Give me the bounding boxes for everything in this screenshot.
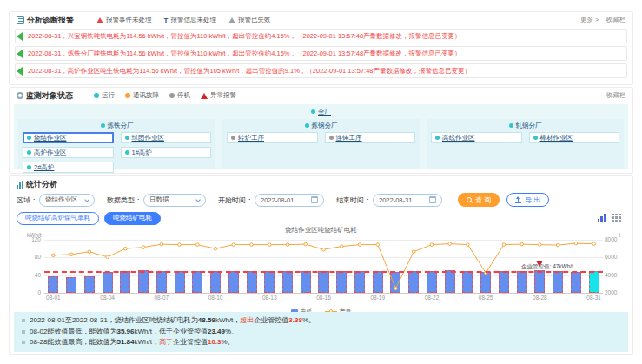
tree-item-link: 高炉作业区 <box>34 149 67 157</box>
summary-line: 08-28能效值最高，能效值为51.84kWh/t，高于企业管控值10.3%。 <box>22 337 620 348</box>
alarm-legend-label: 报警已失效 <box>238 16 271 24</box>
alarm-panel-actions: 更多 > 收藏栏 <box>580 16 625 24</box>
datatype-select-value: 日数据 <box>149 195 169 204</box>
tree-item-link: 2#高炉 <box>34 163 54 172</box>
stats-panel: 统计分析 区域： 烧结作业区 数据类型： 日数据 开始时间： 2022-08-0… <box>9 175 633 355</box>
filter-row: 区域： 烧结作业区 数据类型： 日数据 开始时间： 2022-08-01 结束时… <box>10 191 632 208</box>
end-date-input[interactable]: 2022-08-31 <box>373 194 442 207</box>
tree-group-label: 炼铁分厂 <box>23 120 211 131</box>
tree-item[interactable]: 高线作业区 <box>431 132 522 143</box>
search-icon <box>467 197 472 202</box>
alarm-event-legend-item[interactable]: 报警事件未处理 <box>96 16 152 24</box>
tree-item-link: 球团作业区 <box>132 134 165 142</box>
tree-item[interactable]: 高炉作业区 <box>23 147 114 158</box>
summary-text: 08-28能效值最高，能效值为 <box>30 337 116 348</box>
view-toggle <box>598 214 623 222</box>
y-right-tick-label: 4000 <box>605 272 627 278</box>
production-line <box>44 240 603 293</box>
green-flag-icon <box>17 67 23 76</box>
summary-text: 51.84 <box>116 337 134 348</box>
tab-gas-unit-consumption[interactable]: 吨烧结矿高炉煤气单耗 <box>17 212 99 225</box>
alarm-legend: 报警事件未处理T报警信息未处理报警已失效 <box>96 16 282 24</box>
status-dot <box>169 93 175 98</box>
alarm-info-legend-item[interactable]: T报警信息未处理 <box>164 16 216 24</box>
alarm-legend-label: 报警事件未处理 <box>106 16 152 24</box>
metric-tabs: 吨烧结矿高炉煤气单耗 吨烧结矿电耗 <box>10 211 632 225</box>
tree-item[interactable]: 连铸工序 <box>325 132 416 143</box>
monitor-panel-title: 监测对象状态 <box>26 90 73 102</box>
export-button-label: 导 出 <box>525 195 540 205</box>
favorites-link[interactable]: 收藏栏 <box>606 16 626 24</box>
line-point <box>88 250 91 254</box>
status-legend-item[interactable]: 异常报警 <box>201 91 236 100</box>
control-line <box>44 271 603 273</box>
query-button-label: 查 询 <box>475 195 491 205</box>
summary-text: 超出 <box>240 315 254 327</box>
alert-row[interactable]: 2022-08-31，高炉作业区吨生铁电耗为114.56 kWh/t，管控值为1… <box>15 63 627 78</box>
datatype-select[interactable]: 日数据 <box>143 194 206 207</box>
alert-row[interactable]: 2022-08-31，炼铁分厂吨铁电耗为114.56 kWh/t，管控值为110… <box>15 46 627 61</box>
consumption-chart: 烧结作业区吨烧结矿电耗 kWh/t t 02000404000806000120… <box>13 226 629 314</box>
line-point <box>467 243 470 247</box>
table-icon[interactable] <box>612 214 622 222</box>
tree-item[interactable]: 2#高炉 <box>23 162 114 173</box>
line-point <box>556 243 559 247</box>
status-dot <box>435 136 440 140</box>
alert-row[interactable]: 2022-08-31，兴宝钢铁吨铁电耗为114.56 kWh/t，管控值为110… <box>15 29 627 43</box>
monitor-panel: 监测对象状态 运行通讯故障停机异常报警 收藏栏 全厂 炼铁分厂烧结作业区球团作业… <box>9 87 633 174</box>
tree-items: 高线作业区棒材作业区 <box>431 132 619 143</box>
status-legend-item[interactable]: 运行 <box>94 91 115 100</box>
line-point <box>358 243 361 247</box>
green-flag-icon <box>17 32 23 41</box>
status-dot <box>311 109 315 114</box>
region-select[interactable]: 烧结作业区 <box>39 194 95 207</box>
tree-group-link[interactable]: 炼钢分厂 <box>312 122 338 130</box>
x-tick-label: 08-10 <box>208 295 223 301</box>
status-dot <box>125 136 129 140</box>
favorites-link-monitor[interactable]: 收藏栏 <box>606 91 626 100</box>
monitor-panel-header: 监测对象状态 运行通讯故障停机异常报警 收藏栏 <box>10 88 632 102</box>
status-legend-item[interactable]: 通讯故障 <box>125 91 159 100</box>
tree-items: 烧结作业区球团作业区高炉作业区1#高炉2#高炉 <box>23 132 211 173</box>
alarm-panel: 分析诊断报警 报警事件未处理T报警信息未处理报警已失效 更多 > 收藏栏 202… <box>9 11 633 85</box>
line-point <box>304 242 308 246</box>
y-right-tick-label: 8000 <box>605 236 627 242</box>
x-tick-label: 08-07 <box>155 295 169 301</box>
status-legend-item[interactable]: 停机 <box>169 91 190 100</box>
status-dot <box>125 150 129 155</box>
line-point <box>412 250 415 254</box>
tree-item[interactable]: 烧结作业区 <box>23 132 114 143</box>
summary-text: 35.96 <box>116 327 134 338</box>
line-point <box>69 253 73 256</box>
line-point <box>394 287 398 290</box>
tree-item-link: 连铸工序 <box>336 134 362 142</box>
tree-item[interactable]: 转炉工序 <box>227 132 318 143</box>
status-dot <box>305 123 309 128</box>
end-time-label: 结束时间： <box>336 195 371 205</box>
query-button[interactable]: 查 询 <box>458 193 500 207</box>
monitor-panel-title-group: 监测对象状态 <box>17 90 73 102</box>
summary-text: 企业管控值 <box>173 337 208 348</box>
tree-item[interactable]: 1#高炉 <box>121 147 212 158</box>
status-legend-label: 异常报警 <box>210 91 236 100</box>
tab-electricity-consumption[interactable]: 吨烧结矿电耗 <box>104 212 161 225</box>
bullet-square-icon <box>22 341 25 344</box>
line-point <box>178 243 182 247</box>
tree-group-link[interactable]: 炼铁分厂 <box>108 122 134 130</box>
alarm-expired-legend-item[interactable]: 报警已失效 <box>228 16 271 24</box>
tree-item[interactable]: 球团作业区 <box>121 132 212 143</box>
start-date-input[interactable]: 2022-08-01 <box>255 194 324 207</box>
tree-root-link[interactable]: 全厂 <box>318 108 331 116</box>
region-label: 区域： <box>17 195 37 205</box>
tree-group-link[interactable]: 轧钢分厂 <box>516 122 542 130</box>
export-button[interactable]: 导 出 <box>506 193 549 207</box>
summary-line: 08-02能效值最低，能效值为35.96kWh/t，低于企业管控值23.49%。 <box>22 327 620 338</box>
bar-chart-icon[interactable] <box>598 214 606 222</box>
status-dot <box>509 123 513 128</box>
summary-box: 2022-08-01至2022-08-31，烧结作业区吨烧结矿电耗为48.59k… <box>14 312 628 352</box>
tree-item[interactable]: 棒材作业区 <box>529 132 620 143</box>
datatype-label: 数据类型： <box>107 195 142 205</box>
more-link[interactable]: 更多 > <box>580 16 599 24</box>
line-point <box>214 247 217 250</box>
line-point <box>322 248 326 251</box>
